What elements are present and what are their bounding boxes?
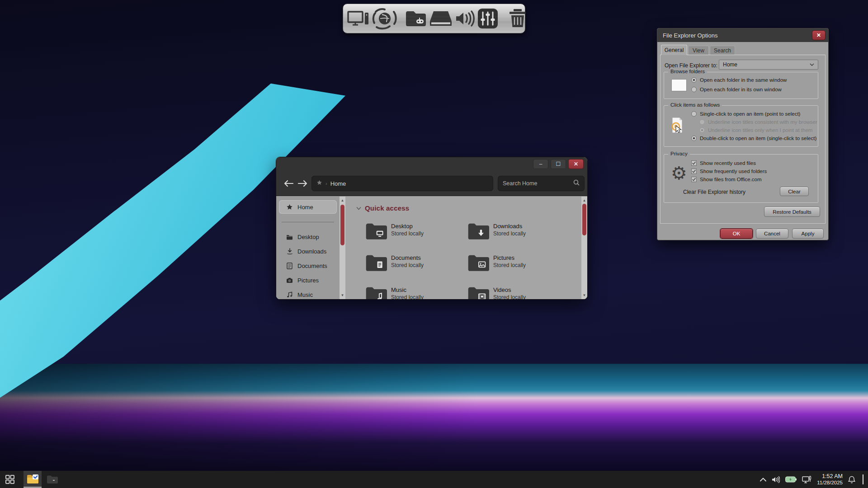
restore-defaults-button[interactable]: Restore Defaults xyxy=(764,206,820,217)
tab-search[interactable]: Search xyxy=(710,46,735,55)
open-to-dropdown[interactable]: Home xyxy=(719,60,818,70)
tab-general[interactable]: General xyxy=(661,45,687,55)
quick-access-header[interactable]: Quick access xyxy=(356,204,409,212)
group-title: Click items as follows xyxy=(668,102,722,108)
folder-icon xyxy=(286,234,293,240)
sidebar-item-music[interactable]: Music xyxy=(276,288,340,300)
radio-label: Single-click to open an item (point to s… xyxy=(700,111,800,117)
dialog-titlebar[interactable]: File Explorer Options xyxy=(657,28,828,42)
scroll-up-icon[interactable]: ▲ xyxy=(340,197,345,203)
radio-icon xyxy=(699,127,705,133)
dropdown-value: Home xyxy=(723,61,810,68)
explorer-titlebar[interactable]: – ☐ ✕ xyxy=(276,157,587,171)
tile-status: Stored locally xyxy=(391,230,424,237)
launcher-dock xyxy=(343,4,525,33)
sidebar-scrollbar[interactable]: ▲ ▼ xyxy=(340,197,345,299)
dialog-close-button[interactable]: ✕ xyxy=(812,30,826,40)
ok-button[interactable]: OK xyxy=(720,229,753,239)
apply-button[interactable]: Apply xyxy=(792,229,824,239)
radio-icon[interactable] xyxy=(691,77,697,83)
checkbox-frequent-folders[interactable]: Show frequently used folders xyxy=(691,169,767,174)
battery-icon[interactable] xyxy=(785,476,797,483)
tile-name: Pictures xyxy=(493,254,514,261)
computer-icon[interactable] xyxy=(347,8,370,29)
taskbar-clock[interactable]: 1:52 AM 11/28/2025 xyxy=(817,473,843,486)
checkbox-icon[interactable] xyxy=(691,160,697,166)
sidebar-item-pictures[interactable]: Pictures xyxy=(276,273,340,287)
clear-button[interactable]: Clear xyxy=(780,187,809,196)
scrollbar-thumb[interactable] xyxy=(582,204,586,235)
tab-label: View xyxy=(693,47,704,54)
sidebar-item-label: Pictures xyxy=(297,277,319,284)
checkbox-recent-files[interactable]: Show recently used files xyxy=(691,160,756,166)
chevron-up-icon[interactable] xyxy=(760,478,766,482)
checkbox-label: Show frequently used folders xyxy=(700,169,767,174)
games-folder-icon[interactable] xyxy=(405,9,427,28)
checkbox-icon[interactable] xyxy=(691,177,697,182)
close-button[interactable]: ✕ xyxy=(568,159,584,169)
section-title: Quick access xyxy=(365,204,409,212)
tile-music[interactable]: Music Stored locally xyxy=(365,286,462,300)
cancel-button[interactable]: Cancel xyxy=(756,229,788,239)
open-to-label: Open File Explorer to: xyxy=(665,62,717,69)
browse-folders-preview-icon xyxy=(671,79,687,91)
sidebar-item-label: Downloads xyxy=(297,248,326,255)
scroll-down-icon[interactable]: ▼ xyxy=(340,292,345,298)
search-icon[interactable] xyxy=(573,179,580,188)
sidebar-item-downloads[interactable]: Downloads xyxy=(276,244,340,258)
download-icon xyxy=(286,248,293,255)
bell-icon[interactable] xyxy=(848,476,855,483)
system-tray: 1:52 AM 11/28/2025 xyxy=(760,471,868,488)
globe-icon[interactable] xyxy=(372,7,397,30)
tab-view[interactable]: View xyxy=(688,46,709,55)
taskbar-file-explorer-icon[interactable] xyxy=(24,471,42,488)
tile-desktop[interactable]: Desktop Stored locally xyxy=(365,222,462,250)
checkbox-office-files[interactable]: Show files from Office.com xyxy=(691,177,762,182)
radio-label: Open each folder in the same window xyxy=(700,77,787,83)
sidebar-item-documents[interactable]: Documents xyxy=(276,259,340,272)
scroll-up-icon[interactable]: ▲ xyxy=(581,197,587,203)
radio-double-click[interactable]: Double-click to open an item (single-cli… xyxy=(691,136,816,141)
volume-icon[interactable] xyxy=(772,476,780,483)
display-pen-icon[interactable] xyxy=(802,476,811,483)
address-bar[interactable]: › Home xyxy=(311,176,493,191)
sidebar-item-home[interactable]: Home xyxy=(279,200,337,214)
tile-status: Stored locally xyxy=(391,294,424,300)
mixer-icon[interactable] xyxy=(477,8,499,29)
scrollbar-thumb[interactable] xyxy=(340,205,344,245)
tile-downloads[interactable]: Downloads Stored locally xyxy=(467,222,565,250)
radio-own-window[interactable]: Open each folder in its own window xyxy=(691,87,782,92)
content-scrollbar[interactable]: ▲ ▼ xyxy=(581,197,587,299)
hard-drive-icon[interactable] xyxy=(429,9,453,28)
sidebar-item-desktop[interactable]: Desktop xyxy=(276,230,340,244)
desktop-folder-icon xyxy=(365,222,387,242)
minimize-button[interactable]: – xyxy=(533,159,548,169)
tile-documents[interactable]: Documents Stored locally xyxy=(365,253,462,282)
file-explorer-window: – ☐ ✕ › Home Search Home xyxy=(276,157,588,300)
radio-icon[interactable] xyxy=(691,136,697,141)
maximize-button[interactable]: ☐ xyxy=(551,159,566,169)
scroll-down-icon[interactable]: ▼ xyxy=(581,292,587,298)
browse-folders-group: Browse folders Open each folder in the s… xyxy=(664,72,818,99)
radio-same-window[interactable]: Open each folder in the same window xyxy=(691,77,787,83)
radio-single-click[interactable]: Single-click to open an item (point to s… xyxy=(691,111,800,117)
tab-label: General xyxy=(665,47,684,53)
clock-time: 1:52 AM xyxy=(817,473,843,479)
back-button[interactable] xyxy=(283,178,294,189)
radio-icon[interactable] xyxy=(691,111,697,117)
forward-button[interactable] xyxy=(297,178,309,189)
explorer-navbar: › Home Search Home xyxy=(276,171,587,196)
trash-icon[interactable] xyxy=(508,8,528,29)
taskbar-dark-folder-icon[interactable] xyxy=(43,471,61,488)
search-input[interactable]: Search Home xyxy=(498,176,585,191)
radio-label: Double-click to open an item (single-cli… xyxy=(700,136,816,141)
speaker-icon[interactable] xyxy=(454,9,475,28)
radio-icon[interactable] xyxy=(691,87,697,92)
show-desktop-handle[interactable] xyxy=(863,474,863,484)
sidebar-item-label: Music xyxy=(297,291,313,298)
home-star-icon xyxy=(316,179,322,188)
tile-pictures[interactable]: Pictures Stored locally xyxy=(467,253,565,282)
tile-videos[interactable]: Videos Stored locally xyxy=(467,286,565,300)
checkbox-icon[interactable] xyxy=(691,169,697,174)
start-button[interactable] xyxy=(0,471,20,488)
